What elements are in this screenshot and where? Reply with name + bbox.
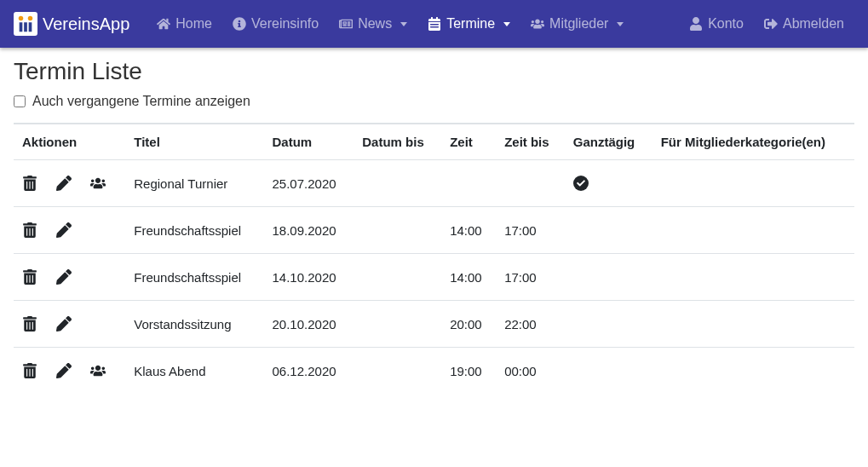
cell-datum-bis — [354, 348, 441, 395]
svg-point-1 — [28, 16, 33, 21]
cell-zeit: 14:00 — [441, 207, 496, 254]
nav-abmelden-label: Abmelden — [783, 16, 844, 32]
nav-mitglieder[interactable]: Mitglieder — [520, 9, 634, 38]
cell-zeit: 19:00 — [441, 348, 496, 395]
col-titel: Titel — [125, 124, 263, 160]
col-datum-bis: Datum bis — [354, 124, 441, 160]
nav-home[interactable]: Home — [147, 9, 222, 38]
news-icon — [339, 17, 353, 31]
cell-datum-bis — [354, 160, 441, 207]
nav-termine[interactable]: Termine — [417, 9, 520, 38]
show-past-checkbox-row[interactable]: Auch vergangene Termine anzeigen — [14, 94, 854, 109]
svg-point-0 — [19, 16, 24, 21]
cell-titel: Freundschaftsspiel — [125, 207, 263, 254]
cell-titel: Freundschaftsspiel — [125, 254, 263, 301]
cell-datum-bis — [354, 207, 441, 254]
edit-icon[interactable] — [56, 269, 72, 285]
navbar: VereinsApp Home Vereinsinfo News Termine… — [0, 0, 868, 48]
trash-icon[interactable] — [22, 363, 37, 378]
cell-ganztaegig — [565, 160, 652, 207]
col-zeit: Zeit — [441, 124, 496, 160]
nav-abmelden[interactable]: Abmelden — [754, 9, 854, 38]
table-row: Vorstandssitzung 20.10.2020 20:00 22:00 — [14, 301, 854, 348]
brand-text: VereinsApp — [43, 14, 129, 34]
nav-home-label: Home — [175, 16, 212, 32]
cell-datum: 06.12.2020 — [264, 348, 354, 395]
chevron-down-icon — [400, 22, 407, 26]
nav-mitglieder-label: Mitglieder — [549, 16, 608, 32]
nav-termine-label: Termine — [446, 16, 495, 32]
actions-cell — [22, 222, 117, 238]
nav-konto-label: Konto — [708, 16, 744, 32]
table-row: Freundschaftsspiel 18.09.2020 14:00 17:0… — [14, 207, 854, 254]
table-row: Klaus Abend 06.12.2020 19:00 00:00 — [14, 348, 854, 395]
edit-icon[interactable] — [56, 316, 72, 332]
cell-kategorien — [652, 207, 854, 254]
logo-icon — [14, 12, 37, 36]
cell-zeit: 20:00 — [441, 301, 496, 348]
nav-konto[interactable]: Konto — [679, 9, 754, 38]
trash-icon[interactable] — [22, 222, 37, 238]
nav-vereinsinfo-label: Vereinsinfo — [251, 16, 319, 32]
actions-cell — [22, 269, 117, 285]
cell-titel: Klaus Abend — [125, 348, 263, 395]
users-icon — [531, 17, 544, 31]
cell-datum: 14.10.2020 — [264, 254, 354, 301]
nav-left: Home Vereinsinfo News Termine Mitglieder — [147, 9, 679, 38]
col-zeit-bis: Zeit bis — [496, 124, 565, 160]
trash-icon[interactable] — [22, 176, 37, 191]
chevron-down-icon — [617, 22, 624, 26]
cell-zeit-bis: 17:00 — [496, 254, 565, 301]
termine-table: Aktionen Titel Datum Datum bis Zeit Zeit… — [14, 123, 854, 394]
chevron-down-icon — [503, 22, 510, 26]
cell-kategorien — [652, 160, 854, 207]
cell-kategorien — [652, 301, 854, 348]
members-icon[interactable] — [90, 176, 106, 191]
col-aktionen: Aktionen — [14, 124, 125, 160]
nav-vereinsinfo[interactable]: Vereinsinfo — [222, 9, 329, 38]
brand[interactable]: VereinsApp — [14, 12, 129, 36]
show-past-label: Auch vergangene Termine anzeigen — [32, 94, 250, 109]
page-title: Termin Liste — [14, 58, 854, 85]
cell-datum: 18.09.2020 — [264, 207, 354, 254]
cell-zeit-bis: 00:00 — [496, 348, 565, 395]
cell-zeit-bis: 17:00 — [496, 207, 565, 254]
col-datum: Datum — [264, 124, 354, 160]
col-kategorien: Für Mitgliederkategorie(en) — [652, 124, 854, 160]
nav-news[interactable]: News — [329, 9, 417, 38]
content: Termin Liste Auch vergangene Termine anz… — [0, 48, 868, 414]
cell-kategorien — [652, 348, 854, 395]
logout-icon — [764, 17, 778, 31]
actions-cell — [22, 176, 117, 191]
calendar-icon — [428, 17, 441, 31]
nav-news-label: News — [358, 16, 392, 32]
edit-icon[interactable] — [56, 222, 72, 238]
table-row: Regional Turnier 25.07.2020 — [14, 160, 854, 207]
cell-zeit: 14:00 — [441, 254, 496, 301]
col-ganztaegig: Ganztägig — [565, 124, 652, 160]
cell-ganztaegig — [565, 348, 652, 395]
cell-datum-bis — [354, 254, 441, 301]
cell-datum: 25.07.2020 — [264, 160, 354, 207]
trash-icon[interactable] — [22, 269, 37, 285]
members-icon[interactable] — [90, 363, 106, 378]
cell-datum-bis — [354, 301, 441, 348]
edit-icon[interactable] — [56, 363, 72, 378]
table-header-row: Aktionen Titel Datum Datum bis Zeit Zeit… — [14, 124, 854, 160]
cell-titel: Vorstandssitzung — [125, 301, 263, 348]
cell-ganztaegig — [565, 207, 652, 254]
check-circle-icon — [573, 176, 589, 191]
home-icon — [157, 17, 170, 31]
show-past-checkbox[interactable] — [14, 95, 26, 107]
table-row: Freundschaftsspiel 14.10.2020 14:00 17:0… — [14, 254, 854, 301]
trash-icon[interactable] — [22, 316, 37, 332]
actions-cell — [22, 316, 117, 332]
cell-ganztaegig — [565, 254, 652, 301]
cell-ganztaegig — [565, 301, 652, 348]
cell-datum: 20.10.2020 — [264, 301, 354, 348]
edit-icon[interactable] — [56, 176, 72, 191]
user-icon — [689, 17, 703, 31]
cell-zeit-bis: 22:00 — [496, 301, 565, 348]
info-icon — [233, 17, 246, 31]
nav-right: Konto Abmelden — [679, 9, 854, 38]
